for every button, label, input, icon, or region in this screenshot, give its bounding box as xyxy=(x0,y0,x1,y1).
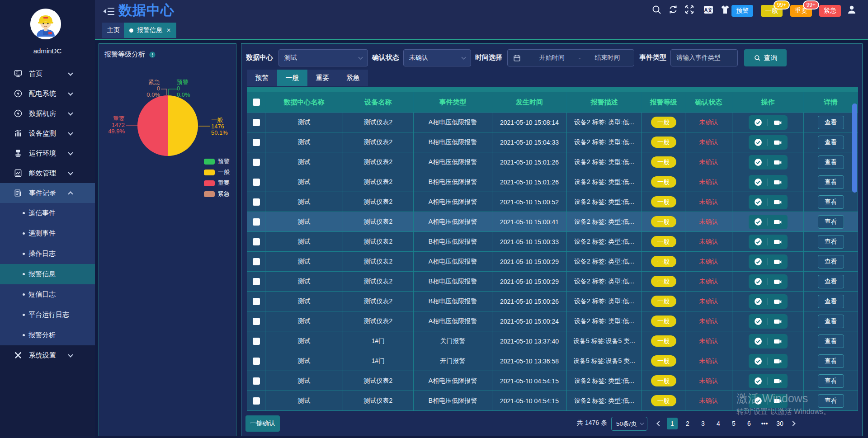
sidebar-subitem[interactable]: 报警信息 xyxy=(0,264,95,284)
translate-icon[interactable]: A文 xyxy=(703,4,714,15)
search-icon[interactable] xyxy=(651,4,662,15)
row-checkbox[interactable] xyxy=(253,139,260,146)
table-row[interactable]: 测试 测试仪表2 A相电压低限报警 2021-05-10 04:54:15 设备… xyxy=(247,371,858,391)
sidebar-item[interactable]: 事件记录 xyxy=(0,183,95,203)
ops-buttons[interactable] xyxy=(749,115,788,130)
table-row[interactable]: 测试 测试仪表2 B相电压低限报警 2021-05-10 15:01:26 设备… xyxy=(247,172,858,192)
sidebar-item[interactable]: 首页 xyxy=(0,64,95,84)
sidebar-item[interactable]: 设备监测 xyxy=(0,123,95,143)
row-checkbox[interactable] xyxy=(253,397,260,405)
refresh-icon[interactable] xyxy=(668,4,679,15)
user-icon[interactable] xyxy=(846,4,857,15)
ops-buttons[interactable] xyxy=(749,314,788,329)
avatar[interactable] xyxy=(30,9,61,39)
sidebar-subitem[interactable]: 操作日志 xyxy=(0,244,95,264)
view-button[interactable]: 查看 xyxy=(818,295,844,308)
row-checkbox[interactable] xyxy=(253,377,260,385)
row-checkbox[interactable] xyxy=(253,238,260,245)
query-button[interactable]: 查询 xyxy=(744,49,787,66)
tab-alarm-info[interactable]: 报警信息 ✕ xyxy=(124,23,176,38)
ops-buttons[interactable] xyxy=(749,274,788,289)
view-button[interactable]: 查看 xyxy=(818,175,844,189)
ops-buttons[interactable] xyxy=(749,155,788,170)
ops-buttons[interactable] xyxy=(749,354,788,368)
select-all-checkbox[interactable] xyxy=(253,99,260,106)
row-checkbox[interactable] xyxy=(253,278,260,285)
view-button[interactable]: 查看 xyxy=(818,374,844,388)
view-button[interactable]: 查看 xyxy=(818,334,844,348)
sidebar-subitem[interactable]: 遥测事件 xyxy=(0,223,95,244)
sidebar-item[interactable]: 配电系统 xyxy=(0,84,95,104)
row-checkbox[interactable] xyxy=(253,338,260,345)
level-tab[interactable]: 一般 xyxy=(277,70,307,86)
row-checkbox[interactable] xyxy=(253,358,260,365)
table-row[interactable]: 测试 1#门 开门报警 2021-05-10 13:36:58 设备5 标签:设… xyxy=(247,351,858,371)
sidebar-subitem[interactable]: 报警分析 xyxy=(0,325,95,345)
page-button[interactable]: 2 xyxy=(682,418,693,429)
table-row[interactable]: 测试 测试仪表2 B相电压低限报警 2021-05-10 15:04:33 设备… xyxy=(247,132,858,152)
page-button[interactable]: 1 xyxy=(667,418,678,429)
sidebar-item[interactable]: 数据机房 xyxy=(0,104,95,123)
view-button[interactable]: 查看 xyxy=(818,394,844,408)
page-button[interactable]: 3 xyxy=(698,418,708,429)
page-button[interactable]: 5 xyxy=(728,418,739,429)
level-filter-important[interactable]: 重要 99+ xyxy=(790,5,812,17)
table-row[interactable]: 测试 测试仪表2 A相电压低限报警 2021-05-10 15:00:24 设备… xyxy=(247,311,858,331)
event-type-input[interactable]: 请输入事件类型 xyxy=(670,49,738,66)
level-filter-urgent[interactable]: 紧急 xyxy=(819,5,841,17)
page-button[interactable]: 30 xyxy=(774,418,785,429)
page-button[interactable]: 6 xyxy=(744,418,755,429)
table-row[interactable]: 测试 1#门 关门报警 2021-05-10 13:37:40 设备5 标签:设… xyxy=(247,331,858,351)
view-button[interactable]: 查看 xyxy=(818,255,844,268)
theme-icon[interactable] xyxy=(720,4,731,15)
ops-buttons[interactable] xyxy=(749,235,788,249)
ops-buttons[interactable] xyxy=(749,195,788,209)
view-button[interactable]: 查看 xyxy=(818,215,844,229)
row-checkbox[interactable] xyxy=(253,318,260,325)
sidebar-subitem[interactable]: 平台运行日志 xyxy=(0,305,95,325)
view-button[interactable]: 查看 xyxy=(818,136,844,149)
row-checkbox[interactable] xyxy=(253,198,260,206)
level-filter-general[interactable]: 一般 99+ xyxy=(761,5,783,17)
table-row[interactable]: 测试 测试仪表2 B相电压低限报警 2021-05-10 15:00:26 设备… xyxy=(247,292,858,311)
page-button[interactable]: 4 xyxy=(713,418,724,429)
page-button[interactable]: ••• xyxy=(759,418,770,429)
confirm-all-button[interactable]: 一键确认 xyxy=(245,415,280,432)
view-button[interactable]: 查看 xyxy=(818,155,844,169)
level-tab[interactable]: 预警 xyxy=(247,70,277,86)
ops-buttons[interactable] xyxy=(749,135,788,150)
ops-buttons[interactable] xyxy=(749,175,788,189)
status-select[interactable]: 未确认 xyxy=(403,49,471,66)
sidebar-item-settings[interactable]: 系统设置 xyxy=(0,345,95,365)
ops-buttons[interactable] xyxy=(749,254,788,269)
table-row[interactable]: 测试 测试仪表2 A相电压低限报警 2021-05-10 15:00:52 设备… xyxy=(247,192,858,212)
sidebar-subitem[interactable]: 短信日志 xyxy=(0,284,95,305)
view-button[interactable]: 查看 xyxy=(818,195,844,209)
sidebar-item[interactable]: 运行环境 xyxy=(0,143,95,163)
scrollbar-thumb[interactable] xyxy=(852,104,857,193)
table-row[interactable]: 测试 测试仪表2 A相电压低限报警 2021-05-10 15:00:29 设备… xyxy=(247,252,858,272)
sidebar-item[interactable]: 能效管理 xyxy=(0,163,95,183)
ops-buttons[interactable] xyxy=(749,334,788,349)
row-checkbox[interactable] xyxy=(253,119,260,126)
row-checkbox[interactable] xyxy=(253,218,260,226)
dc-select[interactable]: 测试 xyxy=(278,49,368,66)
prev-page-icon[interactable] xyxy=(656,421,661,426)
view-button[interactable]: 查看 xyxy=(818,275,844,288)
row-checkbox[interactable] xyxy=(253,258,260,265)
table-row[interactable]: 测试 测试仪表2 B相电压低限报警 2021-05-10 15:00:29 设备… xyxy=(247,272,858,292)
level-tab[interactable]: 重要 xyxy=(307,70,338,86)
row-checkbox[interactable] xyxy=(253,298,260,305)
view-button[interactable]: 查看 xyxy=(818,315,844,328)
table-row[interactable]: 测试 测试仪表2 A相电压低限报警 2021-05-10 15:08:14 设备… xyxy=(247,113,858,132)
sidebar-subitem[interactable]: 遥信事件 xyxy=(0,203,95,223)
view-button[interactable]: 查看 xyxy=(818,235,844,249)
table-row[interactable]: 测试 测试仪表2 A相电压低限报警 2021-05-10 15:01:26 设备… xyxy=(247,152,858,172)
ops-buttons[interactable] xyxy=(749,374,788,388)
fullscreen-icon[interactable] xyxy=(684,4,695,15)
view-button[interactable]: 查看 xyxy=(818,116,844,129)
view-button[interactable]: 查看 xyxy=(818,354,844,368)
close-icon[interactable]: ✕ xyxy=(166,27,171,33)
level-filter-warn[interactable]: 预警 xyxy=(731,5,753,17)
ops-buttons[interactable] xyxy=(749,215,788,229)
